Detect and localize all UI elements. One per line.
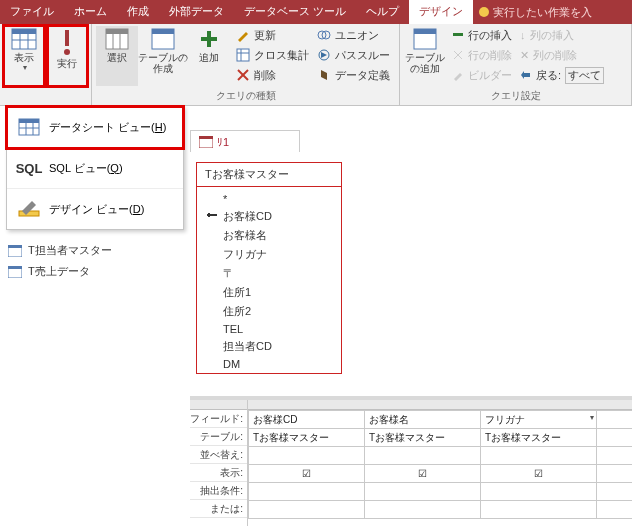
add-table-icon	[413, 28, 437, 50]
qbe-cell[interactable]: お客様CD	[249, 411, 365, 429]
make-table-icon	[151, 28, 175, 50]
menu-home[interactable]: ホーム	[64, 0, 117, 24]
nav-item-tanto[interactable]: T担当者マスター	[4, 240, 144, 261]
svg-rect-1	[12, 29, 36, 34]
menu-help[interactable]: ヘルプ	[356, 0, 409, 24]
field-item[interactable]: DM	[201, 356, 337, 372]
field-item[interactable]: フリガナ	[201, 245, 337, 264]
table-field-list[interactable]: Tお客様マスター * お客様CD お客様名 フリガナ 〒 住所1 住所2 TEL…	[196, 162, 342, 374]
return-button[interactable]: 戻る: すべて	[518, 66, 606, 84]
view-button[interactable]: 表示 ▾	[4, 26, 44, 86]
delete-rows-button: 行の削除	[450, 46, 514, 64]
qbe-cell[interactable]	[481, 447, 597, 465]
menu-external-data[interactable]: 外部データ	[159, 0, 234, 24]
qbe-label-field: フィールド:	[190, 410, 247, 428]
nav-pane: T担当者マスター T売上データ	[4, 240, 144, 282]
qbe-cell[interactable]	[249, 483, 365, 501]
svg-rect-24	[414, 29, 436, 34]
qbe-cell[interactable]: お客様名	[365, 411, 481, 429]
qbe-cell[interactable]	[249, 447, 365, 465]
query-design-area: ﾘ1 Tお客様マスター * お客様CD お客様名 フリガナ 〒 住所1 住所2 …	[190, 106, 632, 526]
qbe-cell[interactable]	[597, 483, 633, 501]
qbe-cell[interactable]	[249, 501, 365, 519]
datasheet-view-item[interactable]: データシート ビュー(H)	[7, 107, 183, 148]
qbe-show-check[interactable]: ☑	[365, 465, 481, 483]
group-query-setup: テーブル の追加 行の挿入 行の削除 ビルダー ↓列の挿入	[400, 24, 632, 105]
doc-tab[interactable]: ﾘ1	[190, 130, 300, 152]
delete-button[interactable]: 削除	[234, 66, 278, 84]
qbe-cell[interactable]	[365, 447, 481, 465]
select-query-icon	[105, 28, 129, 50]
table-icon	[8, 245, 22, 257]
update-button[interactable]: 更新	[234, 26, 278, 44]
insert-rows-button[interactable]: 行の挿入	[450, 26, 514, 44]
append-button[interactable]: 追加	[188, 26, 230, 86]
qbe-cell[interactable]	[597, 429, 633, 447]
run-button[interactable]: 実行	[48, 26, 88, 86]
menu-design[interactable]: デザイン	[409, 0, 473, 24]
qbe-row-or	[249, 501, 633, 519]
menu-create[interactable]: 作成	[117, 0, 159, 24]
return-icon	[520, 69, 532, 81]
qbe-cell[interactable]: フリガナ▾	[481, 411, 597, 429]
qbe-label-sort: 並べ替え:	[190, 446, 247, 464]
append-label: 追加	[199, 52, 219, 63]
add-table-button[interactable]: テーブル の追加	[404, 26, 446, 86]
qbe-cell[interactable]	[365, 501, 481, 519]
qbe-show-check[interactable]: ☑	[481, 465, 597, 483]
sql-view-label: SQL ビュー(Q)	[49, 161, 123, 176]
crosstab-button[interactable]: クロス集計	[234, 46, 311, 64]
field-item[interactable]: TEL	[201, 321, 337, 337]
delete-rows-icon	[452, 49, 464, 61]
nav-item-uriage[interactable]: T売上データ	[4, 261, 144, 282]
svg-rect-25	[453, 33, 463, 36]
field-item[interactable]: 〒	[201, 264, 337, 283]
make-table-button[interactable]: テーブルの 作成	[142, 26, 184, 86]
run-label: 実行	[57, 58, 77, 69]
union-button[interactable]: ユニオン	[315, 26, 381, 44]
field-item[interactable]: お客様CD	[201, 207, 337, 226]
qbe-cell[interactable]: Tお客様マスター	[481, 429, 597, 447]
qbe-cell[interactable]: Tお客様マスター	[249, 429, 365, 447]
qbe-cell[interactable]	[365, 483, 481, 501]
qbe-cell[interactable]	[481, 483, 597, 501]
qbe-row-sort	[249, 447, 633, 465]
chevron-down-icon[interactable]: ▾	[590, 413, 594, 422]
qbe-show-check[interactable]: ☑	[249, 465, 365, 483]
sql-view-item[interactable]: SQL SQL ビュー(Q)	[7, 148, 183, 189]
select-query-button[interactable]: 選択	[96, 26, 138, 86]
qbe-cell[interactable]	[597, 501, 633, 519]
qbe-cell[interactable]	[597, 447, 633, 465]
passthrough-button[interactable]: パススルー	[315, 46, 392, 64]
add-table-label: テーブル の追加	[405, 52, 445, 74]
data-definition-button[interactable]: データ定義	[315, 66, 392, 84]
qbe-label-table: テーブル:	[190, 428, 247, 446]
qbe-col-selector[interactable]	[248, 400, 632, 410]
update-icon	[236, 28, 250, 42]
menu-file[interactable]: ファイル	[0, 0, 64, 24]
field-item[interactable]: お客様名	[201, 226, 337, 245]
nav-item-label: T担当者マスター	[28, 243, 112, 258]
design-view-item[interactable]: デザイン ビュー(D)	[7, 189, 183, 229]
append-icon	[198, 28, 220, 50]
select-query-label: 選択	[107, 52, 127, 63]
nav-item-label: T売上データ	[28, 264, 90, 279]
menu-bar: ファイル ホーム 作成 外部データ データベース ツール ヘルプ デザイン 実行…	[0, 0, 632, 24]
view-label: 表示	[14, 52, 34, 63]
qbe-row-labels: フィールド: テーブル: 並べ替え: 表示: 抽出条件: または:	[190, 400, 248, 526]
qbe-cell[interactable]: Tお客様マスター	[365, 429, 481, 447]
design-view-icon	[17, 199, 41, 219]
field-item[interactable]: 住所1	[201, 283, 337, 302]
ribbon: 表示 ▾ 実行 選択 テーブルの 作成 追加	[0, 24, 632, 106]
field-item[interactable]: 担当者CD	[201, 337, 337, 356]
qbe-cell[interactable]	[481, 501, 597, 519]
chevron-down-icon: ▾	[23, 63, 27, 72]
menu-db-tools[interactable]: データベース ツール	[234, 0, 356, 24]
field-star[interactable]: *	[201, 191, 337, 207]
qbe-cell[interactable]	[597, 411, 633, 429]
design-view-label: デザイン ビュー(D)	[49, 202, 144, 217]
qbe-show-check[interactable]: ☐	[597, 465, 633, 483]
tell-me-search[interactable]: 実行したい作業を入	[473, 0, 598, 24]
field-item[interactable]: 住所2	[201, 302, 337, 321]
delete-icon	[236, 68, 250, 82]
